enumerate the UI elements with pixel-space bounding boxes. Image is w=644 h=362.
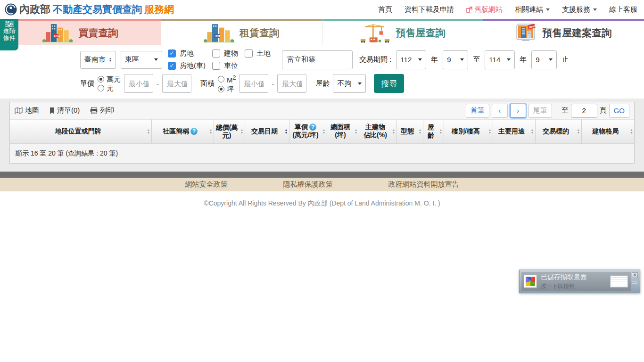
- last-page-button[interactable]: 尾筆: [528, 104, 552, 118]
- sort-icon[interactable]: ▲▼: [240, 129, 244, 134]
- radio-m2[interactable]: M2: [218, 74, 236, 84]
- nav-home[interactable]: 首頁: [378, 5, 392, 14]
- nav-online-service[interactable]: 線上客服: [609, 5, 637, 14]
- advanced-filter-button[interactable]: 進階 條件: [0, 19, 18, 50]
- column-header[interactable]: 社區簡稱?▲▼: [151, 120, 214, 143]
- nav-download[interactable]: 資料下載及申請: [405, 5, 454, 14]
- sort-icon[interactable]: ▲▼: [488, 129, 492, 134]
- checkbox-estate[interactable]: ✓房地: [168, 49, 206, 58]
- toast-close-icon[interactable]: ✕: [632, 272, 638, 278]
- age-select[interactable]: 不拘: [333, 74, 366, 93]
- area-max-input[interactable]: [277, 74, 306, 93]
- column-header[interactable]: 交易日期▲▼: [245, 120, 289, 143]
- checkbox-checked-icon: ✓: [168, 49, 176, 58]
- map-icon: [15, 107, 23, 114]
- search-button[interactable]: 搜尋: [374, 74, 404, 93]
- top-nav: 首頁 資料下載及申請 舊版網站 相關連結 支援服務 線上客服: [378, 5, 637, 14]
- radio-selected-icon: [218, 86, 224, 92]
- results-area: 地圖 清單(0) 列印 首筆 ‹ › 尾筆 至 頁: [0, 99, 644, 172]
- age-label: 屋齡: [315, 79, 330, 88]
- sort-icon[interactable]: ▲▼: [209, 129, 213, 134]
- logo-ministry: 內政部: [19, 2, 50, 16]
- column-label: 單價: [295, 123, 308, 131]
- range-dash: -: [272, 80, 274, 88]
- next-page-button[interactable]: ›: [510, 104, 526, 118]
- list-button[interactable]: 清單(0): [50, 106, 80, 115]
- column-sublabel: (萬元/坪): [291, 131, 321, 140]
- site-logo[interactable]: 內政部不動產交易實價查詢服務網: [5, 2, 174, 16]
- column-header[interactable]: 屋齡▲▼: [423, 120, 444, 143]
- column-header[interactable]: 主要用途▲▼: [493, 120, 535, 143]
- keyword-input[interactable]: [282, 50, 353, 69]
- tab-presale-project-query[interactable]: New 預售屋建案查詢: [483, 19, 644, 45]
- month-from-select[interactable]: 9: [443, 50, 468, 69]
- month-to-select[interactable]: 9: [531, 50, 557, 69]
- radio-ping[interactable]: 坪: [218, 85, 236, 93]
- sort-icon[interactable]: ▲▼: [630, 129, 633, 134]
- page-unit-label: 頁: [600, 106, 607, 115]
- unit-price-max-input[interactable]: [162, 74, 191, 93]
- screenshot-toast-body[interactable]: 已儲存擷取畫面 按一下以檢視: [521, 272, 631, 291]
- column-sublabel: 佔比(%): [361, 131, 390, 140]
- go-button[interactable]: GO: [609, 104, 629, 118]
- column-header[interactable]: 型態▲▼: [396, 120, 423, 143]
- chevron-down-icon: [546, 8, 550, 11]
- radio-yuan[interactable]: 元: [98, 84, 121, 92]
- results-card: 地圖 清單(0) 列印 首筆 ‹ › 尾筆 至 頁: [9, 102, 635, 164]
- sort-icon[interactable]: ▲▼: [392, 129, 396, 134]
- sort-icon[interactable]: ▲▼: [147, 129, 150, 134]
- sort-icon[interactable]: ▲▼: [439, 129, 443, 134]
- nav-related-links[interactable]: 相關連結: [515, 5, 550, 14]
- checkbox-building[interactable]: ✓建物: [212, 49, 238, 58]
- column-header[interactable]: 單價?(萬元/坪)▲▼: [289, 120, 327, 143]
- sort-icon[interactable]: ▲▼: [355, 129, 358, 134]
- checkbox-land[interactable]: ✓土地: [245, 49, 271, 58]
- tab-presale-query[interactable]: 預售屋查詢: [322, 19, 484, 45]
- screenshot-thumbnail[interactable]: [610, 275, 628, 288]
- column-header[interactable]: 地段位置或門牌▲▼: [10, 120, 151, 143]
- column-header[interactable]: 樓別/樓高▲▼: [444, 120, 493, 143]
- area-min-input[interactable]: [239, 74, 268, 93]
- chevron-down-icon: [549, 58, 553, 61]
- sort-icon[interactable]: ▲▼: [531, 129, 534, 134]
- printer-icon: [90, 107, 98, 114]
- map-view-button[interactable]: 地圖: [15, 106, 39, 115]
- results-table: 地段位置或門牌▲▼社區簡稱?▲▼總價(萬元)▲▼交易日期▲▼單價?(萬元/坪)▲…: [10, 119, 634, 143]
- column-header[interactable]: 建物格局▲▼: [581, 120, 634, 143]
- year-to-select[interactable]: 114: [485, 50, 515, 69]
- sort-icon[interactable]: ▲▼: [322, 129, 326, 134]
- page-number-input[interactable]: [571, 104, 597, 118]
- column-header[interactable]: 總面積(坪)▲▼: [327, 120, 359, 143]
- district-select[interactable]: 東區: [121, 51, 162, 69]
- sort-icon[interactable]: ▲▼: [419, 129, 422, 134]
- first-page-button[interactable]: 首筆: [466, 104, 489, 118]
- radio-wan[interactable]: 萬元: [98, 75, 121, 83]
- footer-link-privacy[interactable]: 隱私權保護政策: [283, 180, 333, 189]
- sort-icon[interactable]: ▲▼: [285, 129, 288, 134]
- checkbox-estate-car[interactable]: ✓房地(車): [168, 61, 206, 70]
- nav-support[interactable]: 支援服務: [562, 5, 597, 14]
- screenshot-toast: 已儲存擷取畫面 按一下以檢視 ✕: [519, 270, 640, 293]
- nav-legacy-site[interactable]: 舊版網站: [466, 5, 503, 14]
- search-form-row-1: 臺南市 ▲▼ 東區 ✓房地 ✓建物 ✓土地 ✓房地(車) ✓車位 交易期間 : …: [80, 49, 644, 70]
- column-label: 交易日期: [251, 127, 278, 135]
- tab-sale-query[interactable]: SALE 買賣查詢: [0, 19, 161, 45]
- help-icon[interactable]: ?: [190, 128, 198, 135]
- help-icon[interactable]: ?: [309, 123, 316, 131]
- footer-link-security[interactable]: 網站安全政策: [185, 180, 228, 189]
- column-header[interactable]: 交易標的▲▼: [535, 120, 581, 143]
- column-header[interactable]: 總價(萬元)▲▼: [214, 120, 245, 143]
- sort-icon[interactable]: ▲▼: [577, 129, 580, 134]
- column-header[interactable]: 主建物佔比(%)▲▼: [359, 120, 396, 143]
- footer-link-opendata[interactable]: 政府網站資料開放宣告: [388, 180, 459, 189]
- city-select[interactable]: 臺南市 ▲▼: [80, 51, 116, 69]
- pagination: 首筆 ‹ › 尾筆 至 頁 GO: [466, 104, 629, 118]
- tab-rent-query[interactable]: 租屋 租賃查詢: [161, 19, 322, 45]
- crane-illustration-icon: [360, 23, 391, 43]
- year-from-select[interactable]: 112: [396, 50, 426, 69]
- unit-price-min-input[interactable]: [124, 74, 153, 93]
- prev-page-button[interactable]: ‹: [492, 104, 508, 118]
- print-button[interactable]: 列印: [90, 106, 114, 115]
- checkbox-car[interactable]: ✓車位: [212, 61, 238, 70]
- range-dash: -: [157, 80, 159, 88]
